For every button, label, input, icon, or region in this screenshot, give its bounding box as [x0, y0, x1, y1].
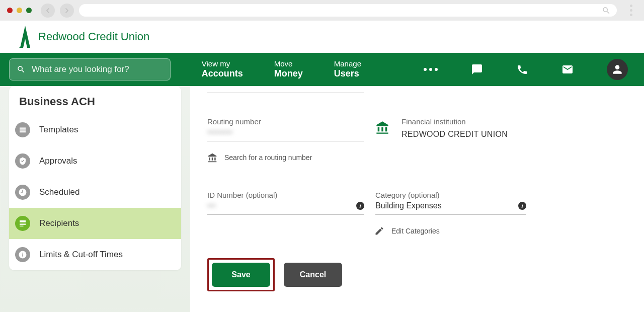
sidebar-item-recipients[interactable]: Recipients	[9, 208, 181, 239]
phone-icon[interactable]	[516, 63, 528, 75]
financial-institution-label: Financial institution	[401, 117, 508, 126]
nav-users[interactable]: Manage Users	[334, 59, 361, 80]
person-icon	[611, 63, 624, 76]
browser-forward-button[interactable]	[60, 4, 74, 18]
id-number-field[interactable]: ID Number (optional) ••• i	[207, 191, 364, 215]
search-placeholder: What are you looking for?	[32, 64, 129, 74]
sidebar-item-scheduled[interactable]: Scheduled	[9, 177, 181, 208]
search-routing-link[interactable]: Search for a routing number	[207, 152, 629, 163]
brand-name: Redwood Credit Union	[38, 30, 149, 43]
page-body: Business ACH Templates Approvals Schedul…	[0, 86, 644, 312]
main-form: Routing number ••••••••• Financial insti…	[190, 86, 644, 312]
window-controls	[7, 8, 32, 13]
browser-chrome	[0, 0, 644, 21]
edit-categories-label: Edit Categories	[391, 227, 440, 235]
sidebar-item-label: Approvals	[39, 156, 77, 166]
sidebar-item-approvals[interactable]: Approvals	[9, 145, 181, 177]
nav-accounts[interactable]: View my Accounts	[202, 59, 243, 80]
nav-money[interactable]: Move Money	[274, 59, 303, 80]
sidebar-item-limits[interactable]: Limits & Cut-off Times	[9, 239, 181, 270]
pencil-icon	[374, 226, 384, 236]
save-button[interactable]: Save	[212, 263, 270, 287]
sidebar-item-label: Recipients	[39, 218, 79, 228]
search-icon	[602, 6, 611, 15]
browser-back-button[interactable]	[41, 4, 55, 18]
info-icon[interactable]: i	[518, 202, 526, 210]
id-number-value: •••	[207, 201, 364, 212]
bank-icon	[207, 152, 217, 163]
search-icon	[17, 65, 26, 74]
category-value: Building Expenses	[375, 201, 526, 212]
category-label: Category (optional)	[375, 191, 526, 199]
sidebar-card: Business ACH Templates Approvals Schedul…	[9, 86, 181, 270]
sidebar-item-label: Templates	[39, 125, 78, 135]
financial-institution-value: REDWOOD CREDIT UNION	[401, 130, 508, 138]
redwood-tree-icon	[17, 25, 33, 49]
cancel-button[interactable]: Cancel	[284, 263, 342, 287]
site-search-input[interactable]: What are you looking for?	[9, 58, 171, 81]
routing-number-label: Routing number	[207, 117, 364, 126]
minimize-window-icon[interactable]	[17, 8, 22, 13]
maximize-window-icon[interactable]	[26, 8, 32, 13]
brand-logo[interactable]: Redwood Credit Union	[17, 25, 149, 49]
browser-url-bar[interactable]	[79, 4, 617, 17]
routing-number-field[interactable]: Routing number •••••••••	[207, 117, 364, 141]
templates-icon	[15, 122, 30, 137]
search-routing-label: Search for a routing number	[224, 153, 312, 162]
recipients-icon	[15, 216, 30, 231]
browser-menu-icon[interactable]	[625, 5, 637, 16]
sidebar-item-templates[interactable]: Templates	[9, 114, 181, 145]
approvals-icon	[15, 153, 30, 169]
close-window-icon[interactable]	[7, 8, 13, 13]
info-icon[interactable]: i	[356, 202, 364, 210]
mail-icon[interactable]	[561, 63, 574, 75]
clock-icon	[15, 185, 30, 200]
chat-icon[interactable]	[471, 63, 483, 75]
edit-categories-link[interactable]: Edit Categories	[374, 226, 629, 236]
category-field[interactable]: Category (optional) Building Expenses i	[375, 191, 526, 215]
id-number-label: ID Number (optional)	[207, 191, 364, 199]
field-divider	[207, 93, 364, 93]
profile-avatar[interactable]	[607, 59, 628, 80]
more-menu-icon[interactable]	[424, 68, 438, 71]
bank-icon	[375, 120, 389, 136]
routing-number-value: •••••••••	[207, 128, 364, 139]
logo-bar: Redwood Credit Union	[0, 21, 644, 53]
primary-nav: What are you looking for? View my Accoun…	[0, 53, 644, 86]
save-highlight-border: Save	[207, 258, 275, 291]
sidebar-item-label: Scheduled	[39, 187, 79, 197]
sidebar-title: Business ACH	[9, 86, 181, 114]
sidebar-item-label: Limits & Cut-off Times	[39, 250, 123, 260]
info-icon	[15, 247, 30, 262]
